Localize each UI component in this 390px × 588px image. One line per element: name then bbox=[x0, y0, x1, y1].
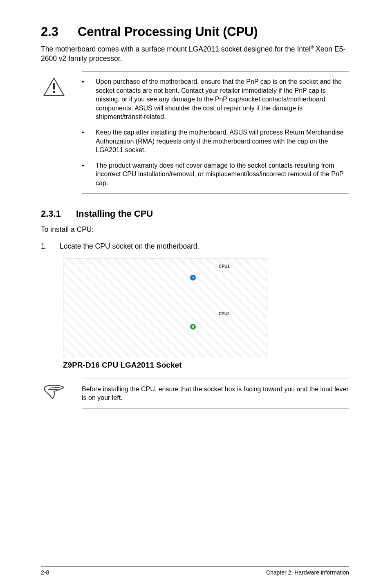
caution-callout: • Upon purchase of the motherboard, ensu… bbox=[41, 72, 349, 193]
marker-b-icon: B bbox=[190, 324, 196, 330]
page-footer: 2-8 Chapter 2: Hardware information bbox=[41, 566, 349, 576]
bullet-item: • Upon purchase of the motherboard, ensu… bbox=[82, 77, 349, 121]
step-1: 1. Locate the CPU socket on the motherbo… bbox=[41, 242, 349, 251]
cpu1-label: CPU1 bbox=[219, 264, 230, 269]
section-heading: 2.3Central Processing Unit (CPU) bbox=[41, 25, 349, 39]
svg-rect-1 bbox=[53, 83, 55, 90]
section-number: 2.3 bbox=[41, 25, 78, 39]
bullet-text: Keep the cap after installing the mother… bbox=[96, 128, 349, 155]
motherboard-diagram: A B CPU1 CPU2 bbox=[63, 258, 267, 358]
rule-bottom bbox=[82, 193, 349, 194]
diagram-block: A B CPU1 CPU2 Z9PR-D16 CPU LGA2011 Socke… bbox=[63, 258, 349, 370]
subsection-heading: 2.3.1Installing the CPU bbox=[41, 209, 349, 219]
svg-line-3 bbox=[49, 387, 60, 388]
svg-line-4 bbox=[48, 389, 58, 390]
bullet-text: The product warranty does not cover dama… bbox=[96, 161, 349, 188]
step-number: 1. bbox=[41, 242, 60, 251]
bullet-dot: • bbox=[82, 161, 96, 170]
cpu2-label: CPU2 bbox=[219, 312, 230, 316]
note-icon-cell bbox=[41, 385, 82, 400]
subsection-number: 2.3.1 bbox=[41, 209, 76, 219]
page-number: 2-8 bbox=[41, 569, 49, 576]
preline: To install a CPU: bbox=[41, 225, 349, 235]
caution-icon-cell bbox=[41, 77, 82, 96]
bullet-text: Upon purchase of the motherboard, ensure… bbox=[96, 77, 349, 121]
diagram-caption: Z9PR-D16 CPU LGA2011 Socket bbox=[63, 361, 349, 370]
bullet-dot: • bbox=[82, 128, 96, 137]
note-icon bbox=[43, 385, 65, 400]
caution-content: • Upon purchase of the motherboard, ensu… bbox=[82, 77, 349, 188]
subsection-title: Installing the CPU bbox=[76, 209, 153, 219]
intro-part1: The motherboard comes with a surface mou… bbox=[41, 45, 311, 53]
svg-point-2 bbox=[53, 91, 55, 93]
step-text: Locate the CPU socket on the motherboard… bbox=[60, 242, 349, 251]
bullet-dot: • bbox=[82, 77, 96, 86]
intro-paragraph: The motherboard comes with a surface mou… bbox=[41, 44, 349, 64]
caution-icon bbox=[43, 77, 65, 96]
note-callout: Before installing the CPU, ensure that t… bbox=[41, 379, 349, 408]
bullet-item: • Keep the cap after installing the moth… bbox=[82, 128, 349, 155]
bullet-item: • The product warranty does not cover da… bbox=[82, 161, 349, 188]
chapter-label: Chapter 2: Hardware information bbox=[266, 569, 349, 576]
note-content: Before installing the CPU, ensure that t… bbox=[82, 385, 349, 402]
section-title: Central Processing Unit (CPU) bbox=[78, 25, 258, 39]
rule-note-bottom bbox=[82, 408, 349, 408]
marker-a-icon: A bbox=[190, 275, 196, 281]
